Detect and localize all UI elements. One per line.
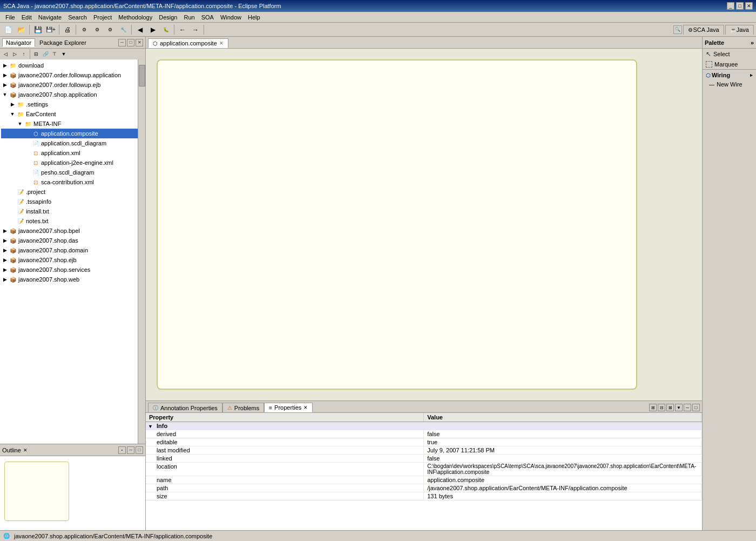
tree-container[interactable]: ▶ 📁 download ▶ 📦 javaone2007.order.follo… xyxy=(0,59,145,444)
props-ctrl-1[interactable]: ⊞ xyxy=(649,404,657,411)
expand-order-followup-app[interactable]: ▶ xyxy=(1,71,9,79)
toolbar-btn-b[interactable]: ⚙ xyxy=(91,24,103,36)
toolbar-btn-d[interactable]: 🔧 xyxy=(117,24,129,36)
menu-navigate[interactable]: Navigate xyxy=(35,13,65,22)
menu-soa[interactable]: SOA xyxy=(198,13,217,22)
expand-pesho-scdl[interactable] xyxy=(24,169,31,176)
nav-collapse[interactable]: ⊟ xyxy=(32,50,40,58)
tree-item-shop-ejb[interactable]: ▶ 📦 javaone2007.shop.ejb xyxy=(1,255,144,265)
menu-run[interactable]: Run xyxy=(180,13,198,22)
nav-filter[interactable]: ⊤ xyxy=(50,50,59,58)
expand-settings[interactable]: ▶ xyxy=(9,101,16,108)
menu-help[interactable]: Help xyxy=(245,13,264,22)
palette-wiring-header[interactable]: ⬡ Wiring ▸ xyxy=(703,71,756,79)
editor-tab-application-composite[interactable]: ⬡ application.composite ✕ xyxy=(148,38,228,48)
scrollbar-thumb[interactable] xyxy=(139,65,145,86)
bottom-tab-annotation[interactable]: ⓘ Annotation Properties xyxy=(148,403,222,412)
expand-shop-das[interactable]: ▶ xyxy=(1,237,9,244)
expand-application-j2ee[interactable] xyxy=(24,159,31,166)
props-ctrl-3[interactable]: ⊠ xyxy=(666,404,674,411)
toolbar-btn-a[interactable]: ⚙ xyxy=(78,24,90,36)
expand-project-file[interactable] xyxy=(9,188,16,196)
tree-item-meta-inf[interactable]: ▼ 📁 META-INF xyxy=(1,119,144,129)
nav-back[interactable]: ◁ xyxy=(1,50,10,58)
expand-shop-domain[interactable]: ▶ xyxy=(1,246,9,254)
toolbar-forward[interactable]: → xyxy=(190,24,201,36)
props-ctrl-6[interactable]: □ xyxy=(692,404,700,411)
maximize-button[interactable]: □ xyxy=(736,2,744,10)
palette-expand-icon[interactable]: » xyxy=(751,39,754,46)
tree-item-application-scdl[interactable]: 📄 application.scdl_diagram xyxy=(1,138,144,148)
tab-package-explorer[interactable]: Package Explorer xyxy=(36,39,90,46)
toolbar-debug[interactable]: 🐛 xyxy=(160,24,172,36)
group-expand-icon[interactable]: ▼ xyxy=(148,424,153,429)
props-table[interactable]: Property Value ▼ Info derived xyxy=(146,413,702,530)
outline-close-icon[interactable]: ✕ xyxy=(23,448,28,453)
toolbar-open[interactable]: 📂 xyxy=(15,24,27,36)
tree-item-order-followup-ejb[interactable]: ▶ 📦 javaone2007.order.followup.ejb xyxy=(1,80,144,90)
tree-item-tssapinfo[interactable]: 📝 .tssapinfo xyxy=(1,197,144,206)
toolbar-btn-f[interactable]: ▶ xyxy=(147,24,159,36)
toolbar-new[interactable]: 📄 xyxy=(2,24,14,36)
nav-minimize[interactable]: ─ xyxy=(118,39,126,46)
bottom-tab-problems[interactable]: ⚠ Problems xyxy=(222,403,264,412)
toolbar-back[interactable]: ← xyxy=(177,24,188,36)
toolbar-save-all[interactable]: 💾+ xyxy=(45,24,57,36)
expand-shop-services[interactable]: ▶ xyxy=(1,266,9,273)
tree-scrollbar[interactable] xyxy=(138,59,145,444)
tree-item-sca-contribution[interactable]: ⊡ sca-contribution.xml xyxy=(1,177,144,187)
tree-item-install-txt[interactable]: 📝 install.txt xyxy=(1,206,144,216)
menu-file[interactable]: File xyxy=(2,13,18,22)
editor-close-icon[interactable]: ✕ xyxy=(219,41,224,46)
outline-minimize[interactable]: ─ xyxy=(127,446,134,454)
bottom-tab-properties[interactable]: ≡ Properties ✕ xyxy=(264,403,313,412)
props-ctrl-4[interactable]: ▼ xyxy=(675,404,683,411)
close-button[interactable]: ✕ xyxy=(745,2,753,10)
expand-application-composite[interactable] xyxy=(24,130,31,137)
nav-up[interactable]: ↑ xyxy=(19,50,28,58)
nav-close[interactable]: ✕ xyxy=(136,39,143,46)
menu-edit[interactable]: Edit xyxy=(18,13,35,22)
palette-item-marquee[interactable]: Marquee xyxy=(703,59,756,69)
expand-shop-application[interactable]: ▼ xyxy=(1,91,9,98)
expand-sca-contribution[interactable] xyxy=(24,178,31,186)
tree-item-settings[interactable]: ▶ 📁 .settings xyxy=(1,99,144,109)
outline-dot[interactable]: • xyxy=(118,446,126,454)
tab-navigator[interactable]: Navigator xyxy=(2,38,35,47)
expand-application-scdl[interactable] xyxy=(24,139,31,147)
expand-notes-txt[interactable] xyxy=(9,217,16,225)
tree-item-ear-content[interactable]: ▼ 📁 EarContent xyxy=(1,109,144,119)
nav-link[interactable]: 🔗 xyxy=(41,50,50,58)
nav-maximize[interactable]: □ xyxy=(127,39,134,46)
tree-item-notes-txt[interactable]: 📝 notes.txt xyxy=(1,216,144,226)
nav-menu[interactable]: ▼ xyxy=(59,50,68,58)
tree-item-shop-services[interactable]: ▶ 📦 javaone2007.shop.services xyxy=(1,265,144,275)
menu-methodology[interactable]: Methodology xyxy=(115,13,156,22)
toolbar-btn-e[interactable]: ◀ xyxy=(134,24,146,36)
expand-shop-ejb[interactable]: ▶ xyxy=(1,256,9,264)
menu-project[interactable]: Project xyxy=(90,13,115,22)
expand-ear-content[interactable]: ▼ xyxy=(9,110,16,118)
tree-item-pesho-scdl[interactable]: 📄 pesho.scdl_diagram xyxy=(1,168,144,177)
tree-item-application-xml[interactable]: ⊡ application.xml xyxy=(1,148,144,158)
tree-item-project-file[interactable]: 📝 .project xyxy=(1,187,144,197)
menu-search[interactable]: Search xyxy=(65,13,90,22)
tree-item-download[interactable]: ▶ 📁 download xyxy=(1,61,144,70)
tree-item-order-followup-app[interactable]: ▶ 📦 javaone2007.order.followup.applicati… xyxy=(1,70,144,80)
props-ctrl-5[interactable]: ─ xyxy=(684,404,691,411)
tree-item-shop-bpel[interactable]: ▶ 📦 javaone2007.shop.bpel xyxy=(1,226,144,236)
nav-forward[interactable]: ▷ xyxy=(10,50,19,58)
expand-meta-inf[interactable]: ▼ xyxy=(16,120,24,128)
editor-area[interactable] xyxy=(146,49,702,400)
expand-tssapinfo[interactable] xyxy=(9,198,16,205)
palette-wiring-expand[interactable]: ▸ xyxy=(750,72,753,78)
minimize-button[interactable]: _ xyxy=(727,2,734,10)
expand-shop-web[interactable]: ▶ xyxy=(1,276,9,283)
tree-item-shop-das[interactable]: ▶ 📦 javaone2007.shop.das xyxy=(1,236,144,245)
palette-item-new-wire[interactable]: — New Wire xyxy=(703,79,756,89)
toolbar-save[interactable]: 💾 xyxy=(32,24,44,36)
tree-item-application-j2ee[interactable]: ⊡ application-j2ee-engine.xml xyxy=(1,158,144,168)
props-ctrl-2[interactable]: ⊟ xyxy=(658,404,665,411)
menu-design[interactable]: Design xyxy=(156,13,180,22)
search-input-trigger[interactable]: 🔍 xyxy=(673,25,682,34)
